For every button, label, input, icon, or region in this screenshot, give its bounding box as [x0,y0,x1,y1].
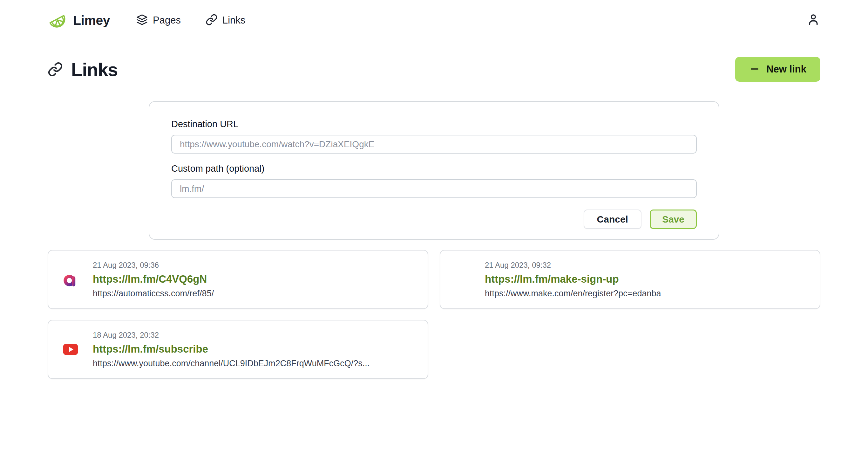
page-title: Links [71,59,118,80]
link-card[interactable]: 21 Aug 2023, 09:32 https://lm.fm/make-si… [440,250,820,309]
destination-url-label: Destination URL [171,119,697,129]
lime-icon [48,10,67,31]
new-link-button-label: New link [766,64,806,75]
minus-icon [749,64,760,75]
link-favicon [62,341,79,358]
custom-path-label: Custom path (optional) [171,164,697,174]
form-actions: Cancel Save [171,209,697,229]
youtube-logo-icon [62,341,79,358]
link-favicon [454,271,471,288]
new-link-form: Destination URL Custom path (optional) C… [149,101,719,240]
link-icon [48,62,63,77]
brand-name: Limey [73,13,110,28]
automaticcss-logo-icon [62,271,79,288]
links-list: 21 Aug 2023, 09:36 https://lm.fm/C4VQ6gN… [48,250,820,379]
new-link-button[interactable]: New link [735,57,820,82]
save-button[interactable]: Save [650,209,697,229]
link-card-body: 21 Aug 2023, 09:32 https://lm.fm/make-si… [485,261,661,298]
link-destination-url: https://www.make.com/en/register?pc=edan… [485,289,661,298]
link-destination-url: https://automaticcss.com/ref/85/ [93,289,214,298]
destination-url-input[interactable] [171,135,697,153]
link-destination-url: https://www.youtube.com/channel/UCL9IDbE… [93,358,370,369]
link-card[interactable]: 18 Aug 2023, 20:32 https://lm.fm/subscri… [48,320,428,379]
link-card-body: 21 Aug 2023, 09:36 https://lm.fm/C4VQ6gN… [93,261,214,298]
user-menu-button[interactable] [806,13,820,28]
page-title-row: Links New link [48,53,820,85]
link-favicon [62,271,79,288]
make-logo-icon [454,271,471,288]
nav-label-links: Links [222,15,245,26]
link-card-body: 18 Aug 2023, 20:32 https://lm.fm/subscri… [93,330,370,369]
main-nav: Pages Links [136,14,245,27]
link-short-url[interactable]: https://lm.fm/make-sign-up [485,273,661,285]
link-short-url[interactable]: https://lm.fm/C4VQ6gN [93,273,214,285]
link-icon [206,14,218,27]
brand[interactable]: Limey [48,10,110,31]
link-card[interactable]: 21 Aug 2023, 09:36 https://lm.fm/C4VQ6gN… [48,250,428,309]
user-icon [806,13,820,28]
link-date: 21 Aug 2023, 09:36 [93,261,214,269]
nav-label-pages: Pages [153,15,181,26]
link-date: 21 Aug 2023, 09:32 [485,261,661,269]
link-date: 18 Aug 2023, 20:32 [93,330,370,340]
nav-item-pages[interactable]: Pages [136,14,181,27]
custom-path-input[interactable] [171,179,697,198]
link-short-url[interactable]: https://lm.fm/subscribe [93,343,370,355]
layers-icon [136,14,148,27]
app-header: Limey Pages Links [48,0,820,41]
cancel-button[interactable]: Cancel [584,209,642,229]
nav-item-links[interactable]: Links [206,14,245,27]
